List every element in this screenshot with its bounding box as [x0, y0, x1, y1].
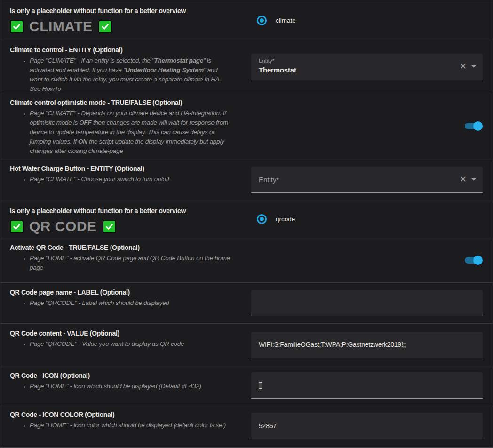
- check-emoji: [98, 20, 112, 33]
- row-qrcode-icon: QR Code - ICON (Optional) Page "HOME" - …: [0, 366, 493, 405]
- option-title: Hot Water Charge Button - ENTITY (Option…: [10, 164, 243, 173]
- row-activate-qrcode: Activate QR Code - TRUE/FALSE (Optional)…: [0, 238, 493, 283]
- option-description: Page "CLIMATE" - Choose your switch to t…: [30, 175, 231, 184]
- option-description: Page "QRCODE" - Label which should be di…: [30, 298, 231, 308]
- row-climate-entity: Climate to control - ENTITY (Optional) P…: [0, 40, 493, 93]
- optimistic-mode-toggle[interactable]: [465, 121, 483, 131]
- section-heading-climate: CLIMATE: [10, 19, 243, 34]
- entity-field-value: Thermostat: [259, 66, 296, 74]
- radio-selected-dot: [260, 18, 264, 23]
- option-title: Activate QR Code - TRUE/FALSE (Optional): [10, 243, 243, 252]
- section-heading-text: CLIMATE: [29, 19, 93, 34]
- blueprint-config-panel: Is only a placeholder without function f…: [0, 0, 493, 448]
- row-hot-water-entity: Hot Water Charge Button - ENTITY (Option…: [0, 159, 493, 200]
- qr-icon-input[interactable]: [251, 372, 483, 399]
- check-emoji: [10, 220, 24, 233]
- qr-page-name-field: [251, 290, 483, 316]
- section-heading-text: QR CODE: [29, 219, 97, 234]
- option-description: Page "QRCODE" - Value you want to displa…: [30, 339, 231, 349]
- row-qrcode-page-name: QR Code page name - LABEL (Optional) Pag…: [0, 283, 493, 324]
- option-description: Page "HOME" - Icon which should be displ…: [30, 382, 231, 391]
- row-climate-placeholder: Is only a placeholder without function f…: [0, 0, 493, 40]
- clear-icon[interactable]: ✕: [460, 175, 467, 184]
- chevron-down-icon[interactable]: [471, 65, 476, 68]
- row-qrcode-placeholder: Is only a placeholder without function f…: [0, 200, 493, 238]
- option-description: Page "CLIMATE" - If an entity is selecte…: [30, 56, 231, 94]
- option-title: QR Code content - VALUE (Optional): [10, 329, 243, 337]
- qr-content-input[interactable]: [251, 332, 483, 358]
- check-emoji: [103, 220, 116, 233]
- option-title: QR Code - ICON (Optional): [10, 371, 243, 380]
- row-qrcode-content: QR Code content - VALUE (Optional) Page …: [0, 324, 493, 366]
- entity-picker-hot-water[interactable]: Entity* ✕: [251, 167, 483, 193]
- radio-label: qrcode: [276, 216, 295, 223]
- qr-icon-color-input[interactable]: [251, 413, 483, 439]
- radio-label: climate: [276, 17, 296, 24]
- placeholder-note: Is only a placeholder without function f…: [10, 207, 243, 215]
- radio-qrcode[interactable]: [257, 214, 267, 224]
- placeholder-note: Is only a placeholder without function f…: [10, 7, 243, 15]
- qr-page-name-input[interactable]: [251, 290, 483, 316]
- check-emoji: [10, 20, 24, 33]
- radio-climate[interactable]: [257, 16, 267, 25]
- toggle-thumb: [473, 256, 483, 265]
- qr-icon-color-field: [251, 413, 483, 439]
- option-description: Page "HOME" - activate QR Code page and …: [30, 254, 231, 272]
- radio-selected-dot: [260, 217, 264, 221]
- option-description: Page "HOME" - Icon color which should be…: [30, 421, 231, 430]
- row-qrcode-icon-color: QR Code - ICON COLOR (Optional) Page "HO…: [0, 405, 493, 447]
- option-title: QR Code page name - LABEL (Optional): [10, 288, 243, 296]
- option-title: Climate control optimistic mode - TRUE/F…: [10, 98, 243, 107]
- chevron-down-icon[interactable]: [471, 178, 476, 181]
- missing-glyph-box: [259, 382, 262, 389]
- section-heading-qrcode: QR CODE: [10, 219, 243, 234]
- option-title: QR Code - ICON COLOR (Optional): [10, 410, 243, 419]
- option-title: Climate to control - ENTITY (Optional): [10, 46, 243, 54]
- entity-field-label: Entity*: [259, 176, 279, 184]
- row-optimistic-mode: Climate control optimistic mode - TRUE/F…: [0, 93, 493, 159]
- toggle-thumb: [473, 121, 483, 131]
- entity-field-label: Entity*: [259, 58, 274, 64]
- clear-icon[interactable]: ✕: [460, 62, 467, 71]
- option-description: Page "CLIMATE" - Depends on your climate…: [30, 109, 231, 156]
- entity-picker-climate[interactable]: Entity* Thermostat ✕: [251, 54, 483, 80]
- activate-qrcode-toggle[interactable]: [465, 256, 483, 265]
- qr-content-field: [251, 332, 483, 358]
